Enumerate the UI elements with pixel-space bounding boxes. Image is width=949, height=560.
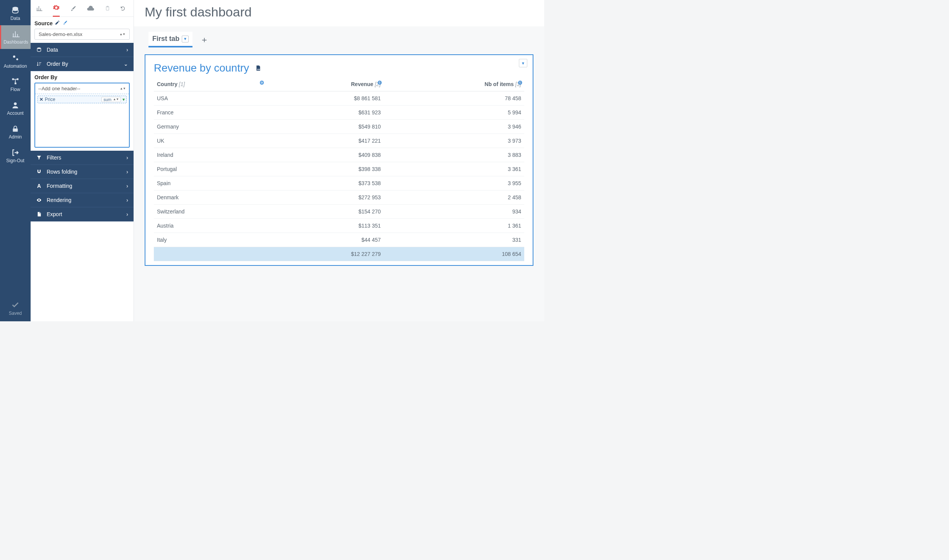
svg-text:csv: csv [257,68,260,70]
section-data[interactable]: Data › [31,43,134,57]
database-icon [36,47,42,52]
chevron-right-icon: › [126,169,128,175]
cell-country: Germany [154,120,266,134]
toolbar-brush-icon[interactable] [70,0,77,17]
database-icon [11,6,20,15]
source-value: Sales-demo-en.xlsx [39,31,82,37]
gears-icon [11,53,20,62]
svg-rect-7 [13,129,18,132]
saved-indicator: Saved [0,301,31,321]
section-label: Data [47,47,58,53]
source-select[interactable]: Sales-demo-en.xlsx ▲▼ [34,29,130,40]
cell-items: 2 458 [384,190,524,205]
toolbar-gear-icon[interactable] [53,0,60,17]
nav-label: Automation [4,63,27,69]
total-revenue: $12 227 279 [266,247,384,261]
caret-down-icon[interactable]: ▾ [122,97,125,102]
table-row[interactable]: Italy$44 457331 [154,233,524,247]
section-export[interactable]: Export › [31,207,134,221]
table-row[interactable]: France$631 9235 994 [154,106,524,120]
nav-item-admin[interactable]: Admin [0,120,31,144]
table-row[interactable]: Denmark$272 9532 458 [154,190,524,205]
section-label: Rendering [47,197,72,203]
table-row[interactable]: UK$417 2213 973 [154,134,524,148]
source-label-row: Source [31,17,134,29]
gear-icon[interactable]: ⚙ [518,80,523,86]
cell-revenue: $549 810 [266,120,384,134]
tab-first[interactable]: First tab ▼ [148,32,192,47]
section-label: Rows folding [47,169,77,175]
table-row[interactable]: Germany$549 8103 946 [154,120,524,134]
section-rendering[interactable]: Rendering › [31,193,134,207]
dashboard-title[interactable]: My first dashboard [134,0,544,26]
cell-revenue: $113 351 [266,219,384,233]
svg-rect-3 [12,78,14,80]
source-brush-icon[interactable] [62,20,68,26]
toolbar-clipboard-icon[interactable] [105,0,110,17]
table-row[interactable]: Ireland$409 8383 883 [154,148,524,162]
source-edit-icon[interactable] [55,20,60,26]
svg-rect-5 [15,82,16,84]
toolbar-cloud-icon[interactable] [86,0,95,17]
remove-chip-icon[interactable]: ✕ [39,97,43,102]
svg-rect-4 [17,78,19,80]
cell-items: 3 883 [384,148,524,162]
tabs-row: First tab ▼ ＋ [134,32,544,47]
nav-item-flow[interactable]: Flow [0,73,31,96]
cell-country: UK [154,134,266,148]
flow-icon [11,77,20,86]
table-row[interactable]: Austria$113 3511 361 [154,219,524,233]
widget-title[interactable]: Revenue by country [154,62,249,74]
col-country[interactable]: Country [1] ⚙ [154,77,266,91]
nav-label: Flow [10,87,20,92]
orderby-label: Order By [34,74,130,80]
chevron-right-icon: › [126,197,128,203]
col-items[interactable]: Nb of items [3] ⚙ [384,77,524,91]
chip-agg-select[interactable]: sum ▲▼ [101,97,121,102]
table-row[interactable]: Spain$373 5383 955 [154,176,524,190]
signout-icon [11,148,20,157]
filter-icon [36,155,42,160]
lock-icon [11,125,20,133]
cell-items: 3 955 [384,176,524,190]
svg-point-1 [13,55,15,58]
section-order-by[interactable]: Order By ⌄ [31,57,134,71]
cell-country: Ireland [154,148,266,162]
cell-revenue: $154 270 [266,205,384,219]
section-formatting[interactable]: A Formatting › [31,179,134,193]
svg-point-10 [37,47,41,49]
cell-country: France [154,106,266,120]
orderby-dropzone[interactable] [35,105,129,147]
cell-country: USA [154,91,266,106]
section-filters[interactable]: Filters › [31,151,134,165]
table-row[interactable]: Portugal$398 3383 361 [154,162,524,176]
nav-item-signout[interactable]: Sign-Out [0,144,31,168]
toolbar-chart-icon[interactable] [36,0,43,17]
tab-menu-button[interactable]: ▼ [182,36,189,42]
csv-export-icon[interactable]: csv [255,65,261,73]
gear-icon[interactable]: ⚙ [259,80,264,86]
saved-label: Saved [9,311,22,316]
cell-items: 1 361 [384,219,524,233]
user-icon [11,101,20,109]
section-rows-folding[interactable]: Rows folding › [31,165,134,179]
table-row[interactable]: USA$8 861 58178 458 [154,91,524,106]
nav-item-dashboards[interactable]: Dashboards [0,25,31,49]
cell-revenue: $44 457 [266,233,384,247]
table-row[interactable]: Switzerland$154 270934 [154,205,524,219]
cell-revenue: $417 221 [266,134,384,148]
add-tab-button[interactable]: ＋ [200,34,209,46]
col-revenue[interactable]: Revenue [2] ⚙ [266,77,384,91]
nav-item-data[interactable]: Data [0,2,31,25]
widget-menu-button[interactable]: ▼ [519,59,527,67]
cell-country: Switzerland [154,205,266,219]
gear-icon[interactable]: ⚙ [377,80,382,86]
orderby-add-header-select[interactable]: --Add one header-- ▲▼ [35,83,129,94]
source-label: Source [34,20,52,26]
toolbar-undo-icon[interactable] [120,0,126,17]
nav-label: Dashboards [3,39,28,45]
cell-items: 934 [384,205,524,219]
orderby-chip-price[interactable]: ✕ Price sum ▲▼ ▾ [38,96,127,103]
nav-item-account[interactable]: Account [0,96,31,120]
nav-item-automation[interactable]: Automation [0,49,31,73]
